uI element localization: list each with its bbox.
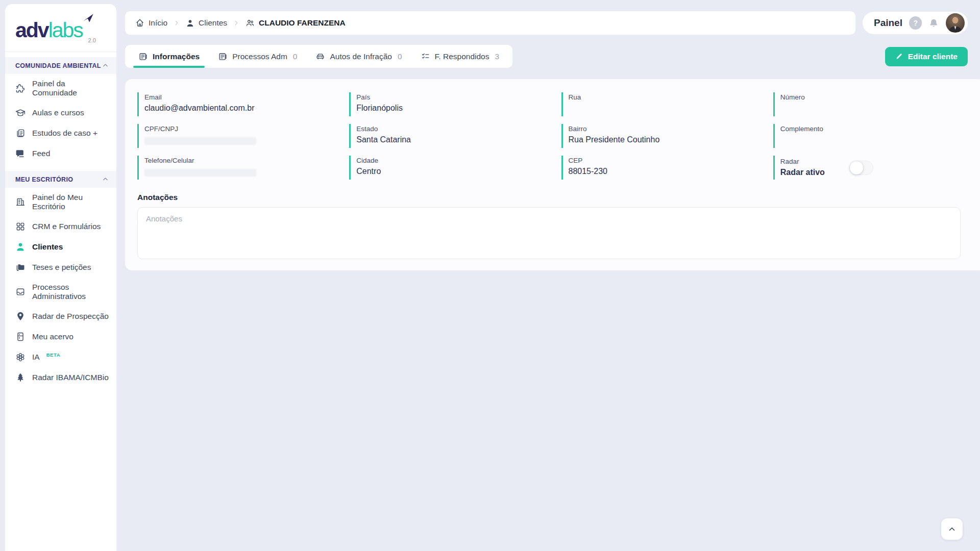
logo-text-adv: adv xyxy=(15,18,48,42)
sidebar-item-teses-e-peticoes[interactable]: Teses e petições xyxy=(5,257,116,278)
tab-count: 0 xyxy=(398,52,402,61)
breadcrumb-item-current-client: CLAUDIO FARENZENA xyxy=(246,18,346,28)
tab-informacoes[interactable]: Informações xyxy=(129,45,209,68)
radar-toggle[interactable] xyxy=(849,161,873,175)
sidebar-item-processos-administrativos[interactable]: Processos Administrativos xyxy=(5,278,116,306)
field-column-2: País Florianópolis Estado Santa Catarina… xyxy=(349,92,536,180)
users-group-icon xyxy=(246,18,255,28)
chevron-up-icon xyxy=(102,62,109,69)
user-icon xyxy=(186,19,194,28)
field-bairro: Bairro Rua Presidente Coutinho xyxy=(561,124,749,148)
sidebar-item-label: Painel da Comunidade xyxy=(32,79,109,97)
breadcrumb-item-inicio[interactable]: Início xyxy=(135,18,167,28)
sidebar-item-aulas-e-cursos[interactable]: Aulas e cursos xyxy=(5,103,116,123)
panel-label: Painel xyxy=(874,17,902,29)
tab-f-respondidos[interactable]: F. Respondidos 3 xyxy=(411,45,508,68)
book-icon xyxy=(15,128,26,138)
field-value: Santa Catarina xyxy=(356,135,536,145)
field-label: CEP xyxy=(569,157,749,164)
section-header-meu-escritorio[interactable]: MEU ESCRITÓRIO xyxy=(5,171,116,188)
sidebar-item-radar-de-prospeccao[interactable]: Radar de Prospecção xyxy=(5,306,116,327)
section-label: COMUNIDADE AMBIENTAL xyxy=(15,62,101,69)
field-value: 88015-230 xyxy=(569,166,749,177)
field-label: Cidade xyxy=(356,157,536,164)
sidebar-item-crm-e-formularios[interactable]: CRM e Formulários xyxy=(5,216,116,237)
field-value: Florianópolis xyxy=(356,103,536,113)
field-label: Complemento xyxy=(780,125,961,133)
bell-icon[interactable] xyxy=(928,18,939,29)
tab-autos-de-infracao[interactable]: Autos de Infração 0 xyxy=(306,45,411,68)
building-icon xyxy=(15,197,26,207)
field-email: Email claudio@advambiental.com.br xyxy=(137,92,325,116)
chevron-right-icon xyxy=(233,19,240,27)
field-label: Bairro xyxy=(569,125,749,133)
archive-icon xyxy=(15,332,26,342)
ai-icon xyxy=(15,352,26,362)
car-icon xyxy=(315,52,325,61)
sidebar-item-meu-acervo[interactable]: Meu acervo xyxy=(5,327,116,347)
sidebar-nav: COMUNIDADE AMBIENTAL Painel da Comunidad… xyxy=(5,52,116,388)
sidebar-item-clientes[interactable]: Clientes xyxy=(5,237,116,257)
field-label: Radar xyxy=(780,158,825,165)
field-estado: Estado Santa Catarina xyxy=(349,124,536,148)
toggle-knob xyxy=(850,161,863,174)
avatar[interactable] xyxy=(946,13,965,33)
logo-text-labs: labs xyxy=(48,18,83,42)
edit-client-button[interactable]: Editar cliente xyxy=(885,47,968,66)
tab-label: Informações xyxy=(153,52,200,61)
chat-icon xyxy=(15,148,26,159)
field-numero: Número xyxy=(773,92,961,116)
app: { "colors": { "accent": "#24c3a0", "bran… xyxy=(0,0,980,551)
scroll-to-top-button[interactable] xyxy=(941,518,963,540)
topbar: Início Clientes CLAUDIO FARENZENA Painel… xyxy=(125,11,968,35)
tab-count: 3 xyxy=(495,52,499,61)
sidebar-item-label: Processos Administrativos xyxy=(32,283,109,301)
sidebar-item-label: Estudos de caso + xyxy=(32,129,97,138)
sidebar: advlabs 2.0 COMUNIDADE AMBIENTAL Painel … xyxy=(5,4,116,551)
inbox-icon xyxy=(15,287,26,297)
help-icon[interactable]: ? xyxy=(909,16,922,30)
brand-logo[interactable]: advlabs 2.0 xyxy=(15,18,83,42)
beta-badge: BETA xyxy=(46,352,61,358)
user-icon xyxy=(15,242,26,252)
field-label: CPF/CNPJ xyxy=(144,125,325,133)
notes-textarea[interactable] xyxy=(137,207,961,259)
sidebar-item-feed[interactable]: Feed xyxy=(5,143,116,164)
tab-count: 0 xyxy=(293,52,298,61)
document-icon xyxy=(138,52,148,61)
field-value: Radar ativo xyxy=(780,167,825,178)
breadcrumb-label: CLAUDIO FARENZENA xyxy=(259,18,346,28)
sidebar-item-label: Clientes xyxy=(32,242,63,252)
field-cpf-cnpj: CPF/CNPJ xyxy=(137,124,325,148)
field-value: Centro xyxy=(356,166,536,177)
sidebar-item-painel-do-meu-escritorio[interactable]: Painel do Meu Escritório xyxy=(5,188,116,216)
field-value: claudio@advambiental.com.br xyxy=(144,103,265,113)
field-complemento: Complemento xyxy=(773,124,961,148)
user-menu[interactable]: Painel ? xyxy=(863,12,968,34)
sidebar-item-radar-ibama-icmbio[interactable]: Radar IBAMA/ICMBio xyxy=(5,367,116,388)
sidebar-item-painel-da-comunidade[interactable]: Painel da Comunidade xyxy=(5,74,116,103)
sidebar-item-label: Radar de Prospecção xyxy=(32,312,109,321)
avatar-photo xyxy=(946,13,965,32)
field-value: Rua Presidente Coutinho xyxy=(569,135,749,145)
main-content: Início Clientes CLAUDIO FARENZENA Painel… xyxy=(116,0,980,551)
field-column-4: Número Complemento Radar Radar ativo xyxy=(773,92,961,180)
sidebar-item-estudos-de-caso[interactable]: Estudos de caso + xyxy=(5,123,116,143)
redacted-value xyxy=(144,169,256,177)
section-header-comunidade[interactable]: COMUNIDADE AMBIENTAL xyxy=(5,57,116,74)
tabs: Informações Processos Adm 0 Autos de Inf… xyxy=(125,45,512,68)
sidebar-item-label: CRM e Formulários xyxy=(32,222,101,231)
breadcrumb-item-clientes[interactable]: Clientes xyxy=(186,18,227,28)
sidebar-item-label: IA xyxy=(32,353,40,362)
chevron-up-icon xyxy=(102,176,109,183)
document-icon xyxy=(218,52,228,61)
tab-processos-adm[interactable]: Processos Adm 0 xyxy=(209,45,306,68)
logo-arrow-icon xyxy=(82,12,95,26)
sidebar-item-label: Meu acervo xyxy=(32,332,74,341)
chevron-up-icon xyxy=(947,524,957,534)
grid-icon xyxy=(15,221,26,232)
notes-title: Anotações xyxy=(137,193,961,202)
chevron-right-icon xyxy=(173,19,180,27)
sidebar-item-ia[interactable]: IA BETA xyxy=(5,347,116,367)
field-radar: Radar Radar ativo xyxy=(773,156,961,180)
